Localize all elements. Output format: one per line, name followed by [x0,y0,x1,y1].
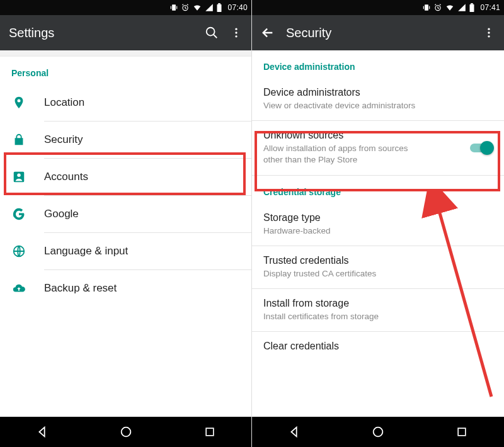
settings-item-label: Backup & reset [44,282,117,295]
settings-item-security[interactable]: Security [0,122,251,158]
nav-back-button[interactable] [23,425,61,439]
pref-title: Device administrators [263,87,493,98]
nav-home-button[interactable] [359,425,397,439]
svg-point-21 [488,28,490,30]
wifi-icon [445,3,455,12]
navigation-bar [252,417,504,447]
nav-home-button[interactable] [107,425,145,439]
svg-point-6 [207,28,215,36]
svg-point-7 [235,28,237,30]
svg-point-24 [374,427,383,437]
status-icons [422,3,475,12]
nav-recent-button[interactable] [191,426,229,438]
pref-install-from-storage[interactable]: Install from storage Install certificate… [252,289,504,331]
app-bar: Security [252,15,504,50]
vibrate-icon [422,3,431,12]
pref-subtitle: Allow installation of apps from sources … [263,143,427,166]
pref-unknown-sources[interactable]: Unknown sources Allow installation of ap… [252,121,504,174]
pref-title: Unknown sources [263,130,464,141]
svg-point-22 [488,31,490,33]
top-gap [0,50,251,57]
battery-icon [216,3,222,12]
page-title: Settings [9,26,193,40]
svg-point-9 [235,35,237,37]
pref-clear-credentials[interactable]: Clear credentials [252,332,504,363]
svg-rect-0 [173,4,176,10]
status-time: 07:41 [480,3,500,12]
navigation-bar [0,417,251,447]
alarm-icon [181,3,190,12]
settings-item-accounts[interactable]: Accounts [0,159,251,195]
svg-rect-20 [471,3,474,4]
svg-point-23 [488,35,490,37]
settings-item-label: Language & input [44,245,128,257]
wifi-icon [192,3,202,12]
page-title: Security [286,26,471,40]
status-icons [169,3,222,12]
lock-icon [11,133,26,147]
svg-rect-2 [177,6,178,9]
back-icon[interactable] [261,26,275,40]
pref-trusted-credentials[interactable]: Trusted credentials Display trusted CA c… [252,246,504,288]
svg-rect-1 [171,6,171,9]
nav-recent-button[interactable] [443,426,481,438]
signal-icon [457,3,466,12]
settings-item-label: Security [44,133,83,146]
svg-rect-16 [423,6,424,9]
vibrate-icon [169,3,178,12]
location-icon [11,96,26,110]
cloud-upload-icon [11,281,26,295]
section-header-personal: Personal [0,57,251,84]
svg-rect-17 [430,6,430,9]
svg-point-8 [235,31,237,33]
unknown-sources-toggle[interactable] [470,142,493,154]
alarm-icon [433,3,442,12]
nav-back-button[interactable] [275,425,313,439]
settings-item-label: Location [44,96,84,109]
svg-rect-4 [217,4,222,12]
pref-subtitle: Hardware-backed [263,225,493,237]
settings-item-location[interactable]: Location [0,84,251,121]
section-header-credential-storage: Credential storage [252,176,504,203]
svg-rect-25 [458,428,466,436]
overflow-menu-icon[interactable] [483,26,495,39]
battery-icon [469,3,475,12]
pref-title: Storage type [263,212,493,224]
settings-item-label: Accounts [44,171,88,183]
settings-item-language[interactable]: Language & input [0,233,251,269]
overflow-menu-icon[interactable] [230,26,243,39]
google-icon [11,207,26,221]
svg-rect-5 [219,3,221,4]
status-time: 07:40 [227,3,248,12]
pref-subtitle: Install certificates from storage [263,311,493,322]
app-bar: Settings [0,15,251,50]
settings-item-backup[interactable]: Backup & reset [0,270,251,307]
pref-device-administrators[interactable]: Device administrators View or deactivate… [252,78,504,120]
status-bar: 07:41 [252,0,504,15]
svg-point-11 [17,174,21,178]
globe-icon [11,244,26,258]
settings-item-google[interactable]: Google [0,196,251,232]
svg-rect-15 [425,4,429,10]
section-header-device-admin: Device administration [252,50,504,78]
status-bar: 07:40 [0,0,251,15]
svg-rect-19 [470,4,474,12]
pref-storage-type[interactable]: Storage type Hardware-backed [252,203,504,246]
phone-right: 07:41 Security Device administration Dev… [252,0,504,447]
person-icon [11,170,26,184]
security-list: Device administration Device administrat… [252,50,504,417]
search-icon[interactable] [205,26,219,40]
svg-point-13 [121,427,130,437]
pref-title: Trusted credentials [263,255,493,266]
settings-item-label: Google [44,208,79,220]
pref-subtitle: Display trusted CA certificates [263,268,493,280]
pref-subtitle: View or deactivate device administrators [263,100,493,111]
phone-left: 07:40 Settings Personal Location [0,0,252,447]
svg-rect-14 [206,428,214,436]
signal-icon [205,3,214,12]
pref-title: Install from storage [263,298,493,309]
pref-title: Clear credentials [263,341,493,352]
settings-list: Personal Location Security Accounts [0,57,251,417]
